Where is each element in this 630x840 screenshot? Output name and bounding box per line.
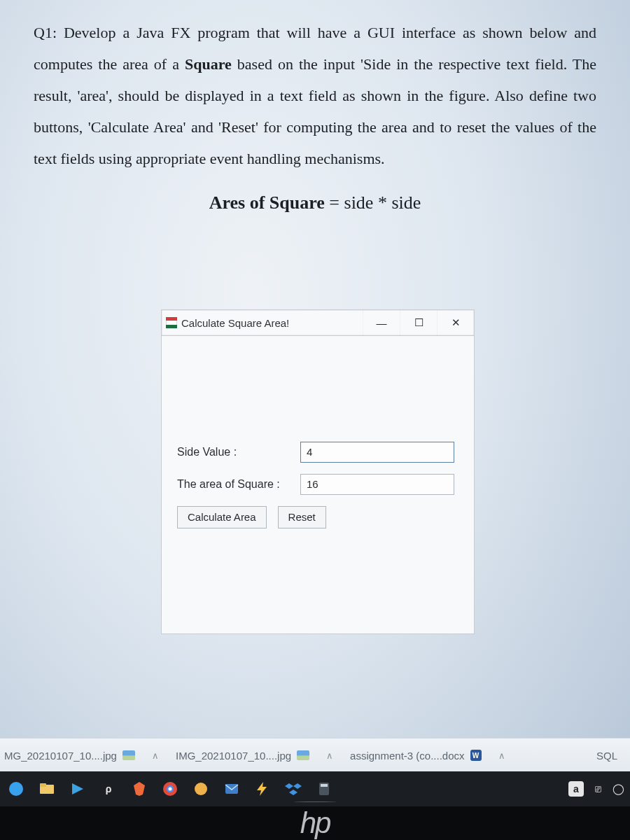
tray-touchpad-icon[interactable]: ⎚ — [595, 783, 601, 795]
taskbar-app-icon[interactable] — [252, 778, 273, 799]
edge-icon — [8, 780, 24, 797]
folder-icon — [38, 780, 55, 797]
tray-circle-icon[interactable]: ◯ — [612, 783, 624, 795]
brave-icon — [131, 780, 148, 797]
formula-rhs: side * side — [344, 192, 421, 213]
taskbar-app-icon[interactable] — [36, 778, 57, 799]
hp-logo: hp — [300, 806, 330, 840]
tray-ime-icon[interactable]: a — [568, 781, 584, 797]
download-filename: MG_20210107_10....jpg — [4, 750, 117, 762]
svg-point-5 — [169, 788, 172, 791]
button-row: Calculate Area Reset — [177, 506, 458, 528]
reset-button[interactable]: Reset — [278, 506, 326, 528]
download-item[interactable]: assignment-3 (co....docx W — [350, 750, 481, 762]
taskbar-app-icon[interactable] — [160, 778, 181, 799]
svg-point-6 — [195, 783, 207, 795]
svg-point-0 — [9, 782, 23, 796]
formula-eq: = — [329, 192, 344, 213]
taskbar-app-icon[interactable] — [314, 778, 335, 799]
vscode-icon — [69, 780, 86, 797]
svg-rect-2 — [40, 783, 46, 787]
calculator-icon — [316, 780, 332, 797]
taskbar-app-icon[interactable] — [190, 778, 211, 799]
download-filename: assignment-3 (co....docx — [350, 750, 464, 762]
dropbox-icon — [285, 780, 302, 797]
browser-download-shelf: MG_20210107_10....jpg ∧ IMG_20210107_10.… — [0, 738, 630, 773]
taskbar-app-icon[interactable] — [283, 778, 304, 799]
taskbar-app-icon[interactable] — [221, 778, 242, 799]
svg-rect-9 — [321, 784, 328, 787]
taskbar-app-icon[interactable] — [67, 778, 88, 799]
close-button[interactable]: ✕ — [437, 310, 474, 335]
area-output[interactable] — [300, 474, 454, 495]
download-item[interactable]: SQL — [596, 750, 626, 762]
area-label: The area of Square : — [177, 478, 289, 491]
taskbar-app-icon[interactable] — [6, 778, 27, 799]
svg-rect-7 — [225, 784, 238, 794]
question-bold-square: Square — [185, 55, 232, 73]
calculate-area-button[interactable]: Calculate Area — [177, 506, 267, 528]
minimize-button[interactable]: — — [363, 310, 400, 335]
gui-mock-window: Calculate Square Area! — ☐ ✕ Side Value … — [161, 309, 475, 634]
word-file-icon: W — [470, 750, 482, 761]
chevron-up-icon[interactable]: ∧ — [326, 750, 333, 761]
download-item[interactable]: MG_20210107_10....jpg — [4, 750, 135, 762]
app-icon — [166, 317, 177, 328]
side-label: Side Value : — [177, 446, 289, 458]
image-file-icon — [122, 750, 135, 760]
taskbar-app-icon[interactable] — [129, 778, 150, 799]
download-item[interactable]: IMG_20210107_10....jpg — [176, 750, 309, 762]
taskbar-app-icon[interactable]: ρ — [98, 778, 119, 799]
image-file-icon — [297, 750, 309, 760]
maximize-button[interactable]: ☐ — [400, 310, 437, 335]
taskbar-tray: a ⎚ ◯ — [568, 781, 624, 797]
side-row: Side Value : — [177, 442, 458, 463]
generic-app-icon — [192, 780, 209, 797]
laptop-bezel: hp — [0, 806, 630, 840]
chevron-up-icon[interactable]: ∧ — [152, 750, 159, 761]
side-input[interactable] — [300, 442, 454, 463]
lightning-icon — [254, 780, 271, 797]
area-row: The area of Square : — [177, 474, 458, 495]
formula-lhs: Ares of Square — [209, 192, 325, 213]
chrome-icon — [162, 780, 178, 797]
question-prefix: Q1: — [34, 24, 64, 41]
window-body: Side Value : The area of Square : Calcul… — [161, 336, 475, 634]
chevron-up-icon[interactable]: ∧ — [498, 750, 505, 761]
question-text: Q1: Develop a Java FX program that will … — [0, 8, 630, 222]
mail-icon — [223, 780, 240, 797]
app-glyph: ρ — [106, 783, 112, 794]
download-filename: SQL — [596, 750, 617, 762]
download-filename: IMG_20210107_10....jpg — [176, 750, 291, 762]
titlebar[interactable]: Calculate Square Area! — ☐ ✕ — [161, 309, 475, 336]
formula: Ares of Square = side * side — [34, 184, 596, 221]
window-title: Calculate Square Area! — [181, 317, 363, 329]
